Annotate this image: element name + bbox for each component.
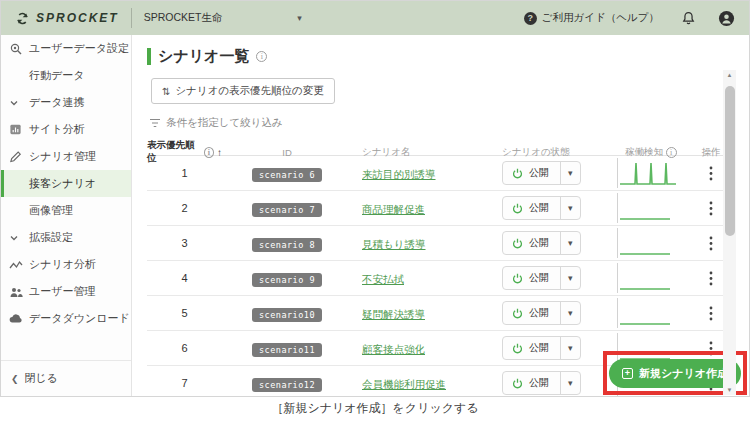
scenario-name-link[interactable]: 顧客接点強化 (362, 343, 425, 355)
power-icon (512, 238, 523, 249)
chevron-down-icon: ▾ (297, 13, 302, 23)
sidebar-item-scenario-analysis[interactable]: シナリオ分析 (1, 251, 131, 278)
priority-cell: 4 (147, 272, 222, 284)
brand-logo: SPROCKET (15, 11, 119, 26)
user-menu-button[interactable] (718, 10, 735, 27)
sidebar-item-behavior-data[interactable]: 行動データ (1, 62, 131, 89)
sidebar-item-label: データ連携 (29, 95, 85, 110)
priority-cell: 5 (147, 307, 222, 319)
help-icon: ? (524, 12, 537, 25)
scenario-id-badge: scenario 8 (252, 238, 322, 252)
table-row: 3scenario 8見積もり誘導公開▾ (147, 226, 725, 261)
sidebar-item-label: 画像管理 (29, 203, 73, 218)
status-dropdown[interactable]: 公開▾ (502, 336, 581, 360)
plus-icon: + (622, 368, 633, 379)
status-dropdown[interactable]: 公開▾ (502, 161, 581, 185)
name-cell: 来訪目的別誘導 (352, 164, 502, 182)
info-icon[interactable]: i (256, 51, 267, 62)
column-header-priority[interactable]: 表示優先順位 i ↑ (147, 139, 222, 165)
sidebar-close-button[interactable]: ❮ 閉じる (1, 360, 131, 396)
sidebar-item-image-management[interactable]: 画像管理 (1, 197, 131, 224)
status-cell: 公開▾ (502, 301, 617, 325)
sidebar-item-label: シナリオ分析 (29, 257, 96, 272)
search-gear-icon (9, 42, 29, 56)
status-dropdown[interactable]: 公開▾ (502, 301, 581, 325)
chevron-down-icon: ▾ (568, 273, 573, 283)
id-cell: scenario 8 (222, 234, 352, 252)
kebab-menu-icon[interactable] (709, 236, 713, 251)
power-icon (512, 378, 523, 389)
divider (131, 8, 132, 28)
bar-chart-icon (9, 123, 29, 136)
sidebar-item-site-analysis[interactable]: サイト分析 (1, 116, 131, 143)
create-scenario-button[interactable]: + 新規シナリオ作成 (609, 359, 741, 388)
account-selector[interactable]: SPROCKET生命 ▾ (144, 11, 302, 25)
status-cell: 公開▾ (502, 336, 617, 360)
page-title: シナリオ一覧 (158, 47, 249, 66)
sidebar-item-label: 接客シナリオ (29, 176, 96, 191)
power-icon (512, 273, 523, 284)
scenario-id-badge: scenario11 (252, 343, 322, 357)
scroll-down-arrow-icon[interactable]: ▼ (727, 385, 733, 395)
sidebar-item-user-management[interactable]: ユーザー管理 (1, 278, 131, 305)
status-dropdown[interactable]: 公開▾ (502, 371, 581, 395)
power-icon (512, 343, 523, 354)
scenario-name-link[interactable]: 来訪目的別誘導 (362, 168, 436, 180)
status-cell: 公開▾ (502, 161, 617, 185)
sidebar-item-engagement-scenario[interactable]: 接客シナリオ (1, 170, 131, 197)
status-dropdown[interactable]: 公開▾ (502, 231, 581, 255)
info-icon[interactable]: i (204, 147, 214, 158)
actions-cell (697, 236, 725, 251)
brand-name: SPROCKET (36, 11, 119, 25)
scrollbar-thumb[interactable] (725, 86, 735, 236)
sidebar-item-user-data-settings[interactable]: ユーザーデータ設定 (1, 35, 131, 62)
reorder-button-label: シナリオの表示優先順位の変更 (175, 84, 323, 98)
info-icon[interactable]: i (666, 147, 677, 158)
status-label: 公開 (529, 236, 549, 250)
kebab-menu-icon[interactable] (709, 166, 713, 181)
name-cell: 見積もり誘導 (352, 234, 502, 252)
scenario-name-link[interactable]: 商品理解促進 (362, 203, 425, 215)
sparkline-chart (618, 263, 690, 293)
scenario-name-link[interactable]: 不安払拭 (362, 273, 404, 285)
status-dropdown[interactable]: 公開▾ (502, 266, 581, 290)
status-label: 公開 (529, 201, 549, 215)
sidebar-item-label: ユーザーデータ設定 (29, 41, 129, 56)
sidebar-item-extended-settings[interactable]: 拡張設定 (1, 224, 131, 251)
chevron-left-icon: ❮ (11, 374, 19, 384)
kebab-menu-icon[interactable] (709, 306, 713, 321)
line-chart-icon (9, 259, 29, 271)
sidebar-item-label: 拡張設定 (29, 230, 73, 245)
scenario-name-link[interactable]: 見積もり誘導 (362, 238, 426, 250)
kebab-menu-icon[interactable] (709, 271, 713, 286)
sparkline-chart (618, 228, 690, 258)
status-label: 公開 (529, 271, 549, 285)
scroll-up-arrow-icon[interactable]: ▲ (727, 70, 733, 80)
scenario-name-link[interactable]: 疑問解決誘導 (362, 308, 425, 320)
priority-cell: 2 (147, 202, 222, 214)
status-cell: 公開▾ (502, 266, 617, 290)
scenario-id-badge: scenario12 (252, 378, 322, 392)
reorder-priority-button[interactable]: ⇅ シナリオの表示優先順位の変更 (151, 78, 335, 104)
sidebar-item-data-download[interactable]: データダウンロード (1, 305, 131, 332)
user-account-icon (718, 10, 735, 27)
scrollbar-track[interactable] (723, 80, 736, 385)
kebab-menu-icon[interactable] (709, 201, 713, 216)
chevron-down-icon: ▾ (568, 308, 573, 318)
sidebar-item-scenario-management[interactable]: シナリオ管理 (1, 143, 131, 170)
help-guide-link[interactable]: ? ご利用ガイド（ヘルプ） (524, 11, 659, 25)
sidebar-item-data-integration[interactable]: データ連携 (1, 89, 131, 116)
sidebar-item-label: 行動データ (29, 68, 85, 83)
cloud-icon (9, 313, 29, 324)
detection-sparkline-cell (617, 263, 697, 293)
chevron-down-icon: ▾ (568, 343, 573, 353)
notifications-button[interactable] (681, 10, 696, 26)
status-dropdown[interactable]: 公開▾ (502, 196, 581, 220)
filter-icon (149, 118, 161, 128)
name-cell: 商品理解促進 (352, 199, 502, 217)
filter-toggle[interactable]: 条件を指定して絞り込み (149, 116, 749, 130)
vertical-scrollbar[interactable]: ▲ ▼ (723, 70, 736, 395)
scenario-name-link[interactable]: 会員機能利用促進 (362, 378, 446, 390)
detection-sparkline-cell (617, 298, 697, 328)
name-cell: 疑問解決誘導 (352, 304, 502, 322)
